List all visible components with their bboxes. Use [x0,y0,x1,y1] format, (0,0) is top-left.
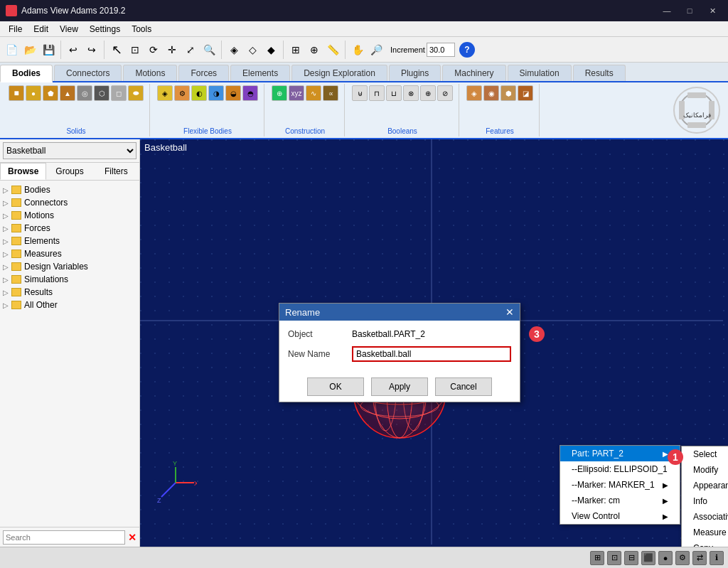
search-input[interactable] [3,530,125,545]
zoom-button[interactable]: 🔍 [200,41,218,58]
menu-edit[interactable]: Edit [28,23,54,36]
measure-tool[interactable]: 📏 [324,41,341,58]
tab-simulation[interactable]: Simulation [508,65,572,81]
tab-results[interactable]: Results [573,65,626,81]
snap-button[interactable]: ⊕ [306,41,323,58]
submenu-modify[interactable]: Modify [682,462,728,478]
tree-item-design-variables[interactable]: ▷ Design Variables [3,260,136,273]
submenu-info[interactable]: Info [682,493,728,509]
solid-shell-icon[interactable]: ◻ [111,85,127,101]
help-button[interactable]: ? [459,42,475,58]
tree-item-connectors[interactable]: ▷ Connectors [3,196,136,209]
flex-2[interactable]: ⚙ [174,85,190,101]
cons-4[interactable]: ∝ [323,85,338,101]
cons-1[interactable]: ⊕ [272,85,287,101]
tab-motions[interactable]: Motions [123,65,177,81]
ctx-part-part2[interactable]: Part: PART_2 ▶ [560,446,680,461]
save-button[interactable]: 💾 [40,41,57,58]
bool-2[interactable]: ⊓ [369,85,385,101]
cursor-button[interactable]: ↖ [108,41,125,58]
select-button[interactable]: ⊡ [127,41,144,58]
feat-1[interactable]: ◈ [466,85,482,101]
increment-input[interactable] [427,43,455,57]
solid-cyl-icon[interactable]: ⬟ [43,85,58,101]
redo-button[interactable]: ↪ [83,41,100,58]
newname-input[interactable] [352,346,511,362]
status-connect-icon[interactable]: ⇄ [692,551,707,565]
status-settings-icon[interactable]: ⚙ [675,551,690,565]
status-grid-icon[interactable]: ⊞ [590,551,604,565]
tab-machinery[interactable]: Machinery [442,65,505,81]
grid-button[interactable]: ⊞ [287,41,304,58]
ok-button[interactable]: OK [307,377,364,396]
apply-button[interactable]: Apply [371,377,428,396]
zoom-region-button[interactable]: 🔎 [368,41,385,58]
flex-1[interactable]: ◈ [157,85,173,101]
dialog-close-button[interactable]: ✕ [505,306,514,318]
maximize-button[interactable]: □ [680,4,700,18]
menu-file[interactable]: File [3,23,28,36]
wire-button[interactable]: ◇ [244,41,261,58]
solid-ext-icon[interactable]: ⬡ [94,85,109,101]
ctx-ellipsoid[interactable]: --Ellipsoid: ELLIPSOID_1 [560,461,680,477]
ctx-view-control[interactable]: View Control ▶ [560,508,680,524]
tab-connectors[interactable]: Connectors [54,65,122,81]
model-dropdown[interactable]: Basketball [3,142,136,159]
submenu-select[interactable]: Select [682,446,728,462]
minimize-button[interactable]: — [657,4,677,18]
close-button[interactable]: ✕ [702,4,722,18]
bool-5[interactable]: ⊕ [420,85,436,101]
ctx-marker-cm[interactable]: --Marker: cm ▶ [560,493,680,508]
bool-3[interactable]: ⊔ [386,85,402,101]
open-button[interactable]: 📂 [21,41,38,58]
shaded-button[interactable]: ◆ [262,41,279,58]
submenu-associativity[interactable]: Associativity [682,509,728,525]
tab-groups[interactable]: Groups [46,163,92,180]
solid-ellip-icon[interactable]: ⬬ [128,85,144,101]
render-button[interactable]: ◈ [225,41,242,58]
ctx-marker1[interactable]: --Marker: MARKER_1 ▶ [560,477,680,493]
tree-item-forces[interactable]: ▷ Forces [3,222,136,235]
scale-button[interactable]: ⤢ [182,41,199,58]
solid-cone-icon[interactable]: ▲ [60,85,75,101]
status-ball-icon[interactable]: ● [658,551,673,565]
bool-1[interactable]: ⊎ [352,85,368,101]
status-snap-icon[interactable]: ⊡ [607,551,621,565]
tab-bodies[interactable]: Bodies [0,65,53,82]
tree-item-elements[interactable]: ▷ Elements [3,235,136,247]
tree-item-motions[interactable]: ▷ Motions [3,209,136,222]
bool-6[interactable]: ⊘ [437,85,453,101]
bool-4[interactable]: ⊗ [403,85,419,101]
solid-box-icon[interactable]: ■ [9,85,24,101]
flex-5[interactable]: ◒ [225,85,241,101]
feat-3[interactable]: ⬢ [500,85,516,101]
translate-button[interactable]: ✛ [164,41,181,58]
cancel-button[interactable]: Cancel [435,377,492,396]
tab-design-exploration[interactable]: Design Exploration [291,65,387,81]
pan-button[interactable]: ✋ [349,41,366,58]
solid-sphere-icon[interactable]: ● [26,85,41,101]
tab-elements[interactable]: Elements [230,65,290,81]
tab-forces[interactable]: Forces [178,65,229,81]
feat-4[interactable]: ◪ [518,85,533,101]
submenu-measure[interactable]: Measure [682,525,728,540]
menu-tools[interactable]: Tools [126,23,157,36]
cons-2[interactable]: xyz [289,85,304,101]
tab-browse[interactable]: Browse [0,163,46,180]
menu-settings[interactable]: Settings [84,23,126,36]
solid-torus-icon[interactable]: ◎ [77,85,92,101]
tree-item-all-other[interactable]: ▷ All Other [3,299,136,311]
tab-filters[interactable]: Filters [93,163,139,180]
cons-3[interactable]: ∿ [306,85,321,101]
status-view-icon[interactable]: ⬛ [641,551,655,565]
tree-item-results[interactable]: ▷ Results [3,286,136,299]
flex-4[interactable]: ◑ [208,85,224,101]
tree-item-simulations[interactable]: ▷ Simulations [3,273,136,286]
status-select-icon[interactable]: ⊟ [624,551,638,565]
tree-item-bodies[interactable]: ▷ Bodies [3,183,136,196]
undo-button[interactable]: ↩ [65,41,82,58]
submenu-copy[interactable]: Copy [682,540,728,547]
status-info-icon[interactable]: ℹ [710,551,724,565]
flex-6[interactable]: ◓ [242,85,258,101]
flex-3[interactable]: ◐ [191,85,207,101]
